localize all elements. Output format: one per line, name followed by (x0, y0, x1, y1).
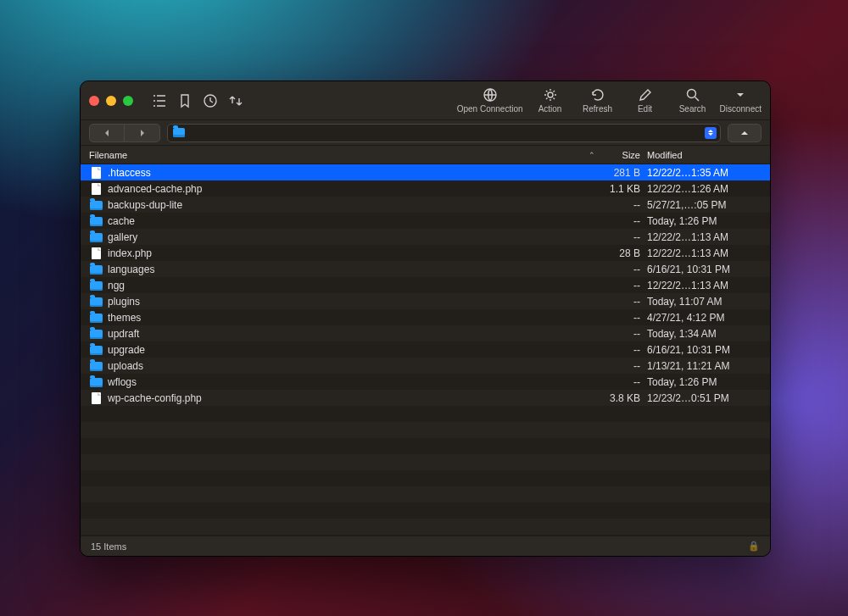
folder-icon (89, 198, 103, 212)
modified-column-header[interactable]: Modified (647, 150, 762, 160)
table-row[interactable]: languages--6/16/21, 10:31 PM (81, 261, 770, 277)
column-header-row: Filename ⌃ Size Modified (81, 146, 770, 164)
size-header-label: Size (622, 150, 640, 160)
file-modified: 12/22/2…1:13 AM (647, 231, 762, 243)
file-name: index.php (108, 247, 600, 259)
app-window: Open Connection Action Refresh Edit Sear… (80, 80, 771, 557)
window-controls (89, 96, 133, 106)
filename-header-label: Filename (89, 150, 127, 160)
main-toolbar: Open Connection Action Refresh Edit Sear… (81, 81, 770, 120)
file-modified: 12/22/2…1:35 AM (647, 167, 762, 179)
table-row[interactable]: backups-dup-lite--5/27/21,…:05 PM (81, 197, 770, 213)
file-name: advanced-cache.php (108, 183, 600, 195)
file-modified: 5/27/21,…:05 PM (647, 199, 762, 211)
file-modified: 6/16/21, 10:31 PM (647, 264, 762, 275)
lock-icon: 🔒 (748, 541, 760, 552)
folder-icon (173, 128, 185, 137)
svg-point-2 (548, 92, 553, 97)
disconnect-button[interactable]: Disconnect (720, 87, 762, 114)
path-dropdown-stepper[interactable] (705, 127, 717, 139)
file-modified: 12/22/2…1:26 AM (647, 183, 762, 195)
file-modified: 6/16/21, 10:31 PM (647, 344, 762, 356)
file-size: -- (600, 280, 647, 291)
file-name: themes (108, 312, 600, 324)
file-name: ngg (108, 280, 600, 291)
file-size: 28 B (600, 247, 647, 259)
history-icon[interactable] (203, 93, 218, 108)
close-window-button[interactable] (89, 96, 99, 106)
edit-label: Edit (638, 104, 652, 114)
table-row[interactable]: updraft--Today, 1:34 AM (81, 325, 770, 341)
file-size: -- (600, 360, 647, 372)
folder-icon (89, 327, 103, 341)
file-modified: Today, 1:26 PM (647, 376, 762, 388)
file-size: -- (600, 344, 647, 356)
table-row[interactable]: ngg--12/22/2…1:13 AM (81, 277, 770, 293)
file-size: -- (600, 264, 647, 275)
disconnect-label: Disconnect (720, 104, 762, 114)
edit-button[interactable]: Edit (625, 87, 666, 114)
folder-icon (89, 230, 103, 244)
minimize-window-button[interactable] (106, 96, 116, 106)
left-tool-icons (152, 93, 243, 108)
item-count-label: 15 Items (91, 541, 126, 552)
table-row[interactable]: wp-cache-config.php3.8 KB12/23/2…0:51 PM (81, 390, 770, 406)
go-up-button[interactable] (728, 124, 762, 142)
empty-row (81, 406, 770, 422)
filename-column-header[interactable]: Filename ⌃ (89, 150, 600, 160)
empty-row (81, 470, 770, 486)
file-icon (89, 166, 103, 180)
empty-row (81, 454, 770, 470)
table-row[interactable]: index.php28 B12/22/2…1:13 AM (81, 245, 770, 261)
back-button[interactable] (89, 124, 125, 142)
file-size: 1.1 KB (600, 183, 647, 195)
search-label: Search (679, 104, 706, 114)
folder-icon (89, 214, 103, 228)
file-icon (89, 247, 103, 260)
file-name: wp-cache-config.php (108, 392, 600, 404)
empty-row (81, 422, 770, 438)
table-row[interactable]: .htaccess281 B12/22/2…1:35 AM (81, 164, 770, 180)
file-modified: 4/27/21, 4:12 PM (647, 312, 762, 324)
path-bar (81, 120, 770, 146)
folder-icon (89, 359, 103, 373)
size-column-header[interactable]: Size (600, 150, 647, 160)
table-row[interactable]: advanced-cache.php1.1 KB12/22/2…1:26 AM (81, 180, 770, 197)
table-row[interactable]: wflogs--Today, 1:26 PM (81, 374, 770, 390)
table-row[interactable]: upgrade--6/16/21, 10:31 PM (81, 341, 770, 358)
folder-icon (89, 311, 103, 325)
zoom-window-button[interactable] (123, 96, 133, 106)
file-modified: Today, 11:07 AM (647, 296, 762, 308)
table-row[interactable]: cache--Today, 1:26 PM (81, 213, 770, 229)
empty-row (81, 438, 770, 454)
forward-button[interactable] (125, 124, 160, 142)
folder-icon (89, 279, 103, 292)
path-field[interactable] (167, 124, 721, 142)
file-modified: 12/22/2…1:13 AM (647, 247, 762, 259)
open-connection-label: Open Connection (457, 104, 523, 114)
file-name: backups-dup-lite (108, 199, 600, 211)
bookmarks-icon[interactable] (177, 93, 192, 108)
file-name: cache (108, 215, 600, 227)
empty-row (81, 502, 770, 519)
folder-icon (89, 375, 103, 389)
file-modified: 12/23/2…0:51 PM (647, 392, 762, 404)
refresh-button[interactable]: Refresh (577, 87, 618, 114)
transfers-icon[interactable] (228, 93, 243, 108)
file-icon (89, 391, 103, 405)
outline-view-icon[interactable] (152, 93, 167, 108)
search-button[interactable]: Search (672, 87, 713, 114)
file-size: -- (600, 215, 647, 227)
table-row[interactable]: gallery--12/22/2…1:13 AM (81, 229, 770, 245)
file-size: -- (600, 312, 647, 324)
table-row[interactable]: plugins--Today, 11:07 AM (81, 293, 770, 309)
modified-header-label: Modified (647, 150, 683, 160)
file-list[interactable]: .htaccess281 B12/22/2…1:35 AMadvanced-ca… (81, 164, 770, 536)
folder-icon (89, 263, 103, 276)
action-button[interactable]: Action (530, 87, 571, 114)
file-name: uploads (108, 360, 600, 372)
table-row[interactable]: uploads--1/13/21, 11:21 AM (81, 358, 770, 374)
open-connection-button[interactable]: Open Connection (457, 87, 523, 114)
table-row[interactable]: themes--4/27/21, 4:12 PM (81, 309, 770, 325)
file-name: languages (108, 264, 600, 275)
